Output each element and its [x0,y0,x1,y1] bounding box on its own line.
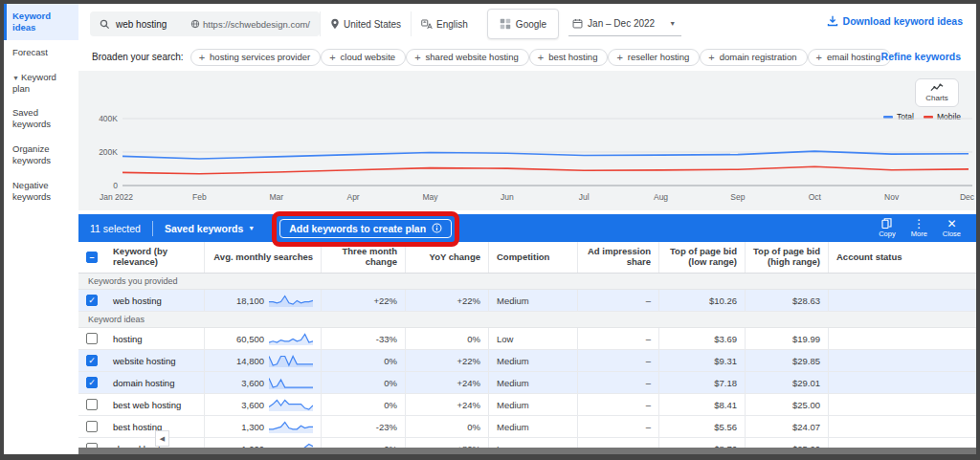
broaden-chip[interactable]: +hosting services provider [190,49,322,66]
sparkline-chart [269,294,313,308]
broaden-chip[interactable]: +shared website hosting [406,49,529,66]
selected-count: 11 selected [90,223,141,234]
avg-searches-value: 18,100 [236,296,264,306]
x-axis-tick-label: Aug [654,192,668,202]
table-row[interactable]: hosting60,500-33%0%Low–$3.69$19.99 [78,328,976,350]
sidebar-item-keyword-ideas[interactable]: Keyword ideas [4,4,78,40]
x-axis-tick-label: Feb [192,192,207,202]
x-axis-tick-label: Jul [579,192,590,202]
table-row[interactable]: best hosting1,300-23%0%Medium–$5.56$24.0… [78,416,976,438]
competition-cell: Medium [489,350,578,371]
keyword-cell: hosting [105,328,205,349]
close-button[interactable]: ✕ Close [943,218,961,238]
sidebar-item-negative-keywords[interactable]: Negative keywords [4,173,78,209]
location-pin-icon [330,18,340,30]
header-yoy-change[interactable]: YoY change [406,242,489,273]
header-top-bid-high[interactable]: Top of page bid (high range) [746,242,829,273]
avg-searches-value: 1,300 [241,422,264,432]
scroll-left-button[interactable]: ◀ [155,430,169,447]
download-keyword-ideas-button[interactable]: Download keyword ideas [827,15,963,27]
row-checkbox[interactable]: ✓ [86,355,98,366]
keyword-text: best web hosting [113,400,181,410]
charts-toggle-button[interactable]: Charts [915,78,959,107]
avg-monthly-searches-cell: 60,500 [205,328,322,349]
top-bid-low-cell: $8.41 [659,394,746,415]
date-range-selector[interactable]: Jan – Dec 2022 ▼ [568,11,681,36]
more-vertical-icon: ⋮ [913,218,924,230]
keyword-cell: best web hosting [105,394,205,415]
site-url[interactable]: https://schwebdesign.com/ [190,19,310,30]
sidebar-item-keyword-plan[interactable]: ▼Keyword plan [4,65,78,101]
x-axis-tick-label: May [422,192,438,202]
competition-cell: Medium [489,290,578,311]
row-checkbox-cell: ✓ [78,290,105,311]
plus-icon: + [816,52,822,63]
chevron-down-icon: ▼ [669,20,676,27]
three-month-change-cell: 0% [322,350,406,371]
broaden-chip[interactable]: +best hosting [529,49,609,66]
broaden-search-row: Broaden your search: +hosting services p… [78,44,976,69]
translate-icon [421,19,433,30]
copy-button[interactable]: Copy [879,218,896,238]
sidebar-item-forecast[interactable]: Forecast [4,40,78,65]
top-bid-high-cell: $29.85 [746,350,829,371]
row-checkbox[interactable] [86,399,98,410]
header-avg-monthly-searches[interactable]: Avg. monthly searches [205,242,322,273]
keyword-planner-window: Keyword ideas Forecast ▼Keyword plan Sav… [0,0,980,460]
search-volume-trend-chart[interactable]: 0200K400KJan 2022FebMarAprMayJunJulAugSe… [86,109,976,208]
network-selector[interactable]: Google [487,9,559,39]
table-row[interactable]: ✓web hosting18,100+22%+22%Medium–$10.26$… [78,290,976,312]
broaden-chip[interactable]: +cloud website [321,49,406,66]
broaden-chip[interactable]: +domain registration [700,49,807,66]
refine-keywords-link[interactable]: Refine keywords [881,51,961,62]
ad-impression-share-cell: – [578,394,659,415]
horizontal-scrollbar[interactable] [78,448,976,454]
three-month-change-cell: +22% [322,290,406,311]
search-input-value[interactable]: web hosting [116,19,167,30]
calendar-icon [572,18,583,29]
keyword-search-field[interactable]: web hosting https://schwebdesign.com/ [90,11,320,36]
language-selector[interactable]: English [411,11,478,36]
row-checkbox-cell: ✓ [78,350,105,371]
header-keyword[interactable]: Keyword (by relevance) [105,242,205,273]
account-status-cell [829,290,976,311]
keywords-table: – Keyword (by relevance) Avg. monthly se… [78,242,976,460]
sidebar-item-organize-keywords[interactable]: Organize keywords [4,137,78,173]
table-row[interactable]: best web hosting3,6000%+24%Medium–$8.41$… [78,394,976,416]
header-three-month-change[interactable]: Three month change [322,242,406,273]
header-account-status[interactable]: Account status [829,242,976,273]
broaden-chip[interactable]: +reseller hosting [608,49,700,66]
yoy-change-cell: 0% [406,328,489,349]
header-competition[interactable]: Competition [489,242,578,273]
avg-monthly-searches-cell: 14,800 [205,350,322,371]
chevron-down-icon: ▼ [248,225,255,231]
table-row[interactable]: ✓domain hosting3,6000%+24%Medium–$7.18$2… [78,372,976,394]
select-all-checkbox[interactable]: – [86,252,98,263]
yoy-change-cell: +24% [406,372,489,393]
saved-keywords-dropdown[interactable]: Saved keywords ▼ [165,223,255,234]
header-ad-impression-share[interactable]: Ad impression share [578,242,659,273]
top-bid-high-cell: $28.63 [746,290,829,311]
table-row[interactable]: ✓website hosting14,8000%+22%Medium–$9.31… [78,350,976,372]
keyword-text: website hosting [113,356,175,366]
competition-cell: Medium [489,372,578,393]
row-checkbox-cell [78,416,105,437]
ad-impression-share-cell: – [578,416,659,437]
x-axis-tick-label: Jan 2022 [100,192,133,202]
avg-monthly-searches-cell: 18,100 [205,290,322,311]
header-top-bid-low[interactable]: Top of page bid (low range) [659,242,746,273]
y-axis-tick-label: 0 [113,181,118,190]
row-checkbox[interactable]: ✓ [86,295,98,306]
row-checkbox[interactable] [86,333,98,344]
row-checkbox-cell [78,394,105,415]
account-status-cell [829,416,976,437]
location-selector[interactable]: United States [320,11,411,36]
broaden-search-label: Broaden your search: [92,52,184,62]
sidebar-item-saved-keywords[interactable]: Saved keywords [4,100,78,137]
row-checkbox[interactable] [86,421,98,432]
add-keywords-to-plan-button[interactable]: Add keywords to create plan [279,219,452,238]
broaden-chip[interactable]: +email hosting [808,49,891,66]
avg-monthly-searches-cell: 3,600 [205,394,322,415]
more-button[interactable]: ⋮ More [911,218,927,238]
row-checkbox[interactable]: ✓ [86,377,98,388]
